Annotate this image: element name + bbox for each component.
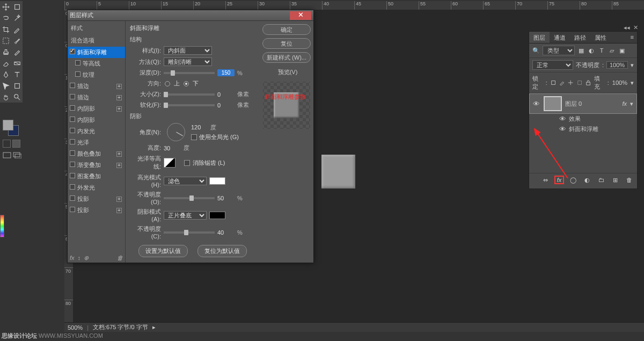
panel-menu-icon[interactable]: ≡ <box>627 32 637 43</box>
screen-mode-row[interactable] <box>3 152 21 158</box>
wand-tool[interactable] <box>11 12 23 24</box>
style-inner-glow[interactable]: 内发光 <box>68 126 125 137</box>
angle-value[interactable]: 120 <box>191 124 208 130</box>
opacity-value[interactable]: 100% <box>606 61 628 69</box>
filter-shape-icon[interactable]: ▱ <box>608 47 616 54</box>
tab-layers[interactable]: 图层 <box>529 32 550 43</box>
style-inner-shadow-1[interactable]: 内阴影+ <box>68 103 125 114</box>
panel-collapse[interactable]: ◂◂✕ <box>624 24 638 31</box>
style-gradient-overlay[interactable]: 渐变叠加+ <box>68 159 125 171</box>
gradient-tool[interactable] <box>11 57 23 69</box>
size-value[interactable]: 0 <box>217 91 235 98</box>
style-pattern-overlay[interactable]: 图案叠加 <box>68 171 125 182</box>
shadow-opacity-slider[interactable] <box>164 231 215 234</box>
visibility-icon[interactable]: 👁 <box>533 100 540 108</box>
make-default-button[interactable]: 设置为默认值 <box>138 245 188 257</box>
highlight-opacity-value[interactable]: 50 <box>217 195 235 201</box>
filter-pixel-icon[interactable]: ▦ <box>577 47 585 54</box>
filter-type-select[interactable]: 类型 <box>543 46 575 55</box>
reset-button[interactable]: 复位 <box>262 38 311 49</box>
filter-type-icon[interactable]: T <box>598 47 605 54</box>
angle-wheel[interactable] <box>167 123 185 141</box>
style-contour[interactable]: 等高线 <box>68 58 125 69</box>
style-texture[interactable]: 纹理 <box>68 69 125 81</box>
layer-name[interactable]: 图层 0 <box>565 100 619 108</box>
zoom-level[interactable]: 500% <box>68 324 83 331</box>
lock-all-icon[interactable] <box>586 79 591 86</box>
stamp-tool[interactable] <box>0 46 11 57</box>
depth-value[interactable]: 150 <box>217 69 235 76</box>
lock-artboard-icon[interactable] <box>577 79 582 86</box>
zoom-tool[interactable] <box>11 91 23 103</box>
lasso-tool[interactable] <box>0 12 11 24</box>
highlight-color[interactable] <box>209 177 225 185</box>
style-inner-shadow-2[interactable]: 内阴影 <box>68 114 125 126</box>
tab-properties[interactable]: 属性 <box>590 32 611 43</box>
highlight-opacity-slider[interactable] <box>164 197 215 199</box>
ok-button[interactable]: 确定 <box>262 24 311 35</box>
soften-slider[interactable] <box>164 104 215 106</box>
eyedropper-tool[interactable] <box>11 24 23 35</box>
layer-row[interactable]: 👁 图层 0 fx▾ <box>529 93 637 114</box>
tab-paths[interactable]: 路径 <box>570 32 590 43</box>
hand-tool[interactable] <box>0 91 11 103</box>
style-satin[interactable]: 光泽 <box>68 137 125 148</box>
bevel-technique-select[interactable]: 雕刻清晰 <box>164 57 212 66</box>
new-style-button[interactable]: 新建样式 (W)... <box>262 52 311 63</box>
fill-value[interactable]: 100% <box>612 79 627 86</box>
folder-icon[interactable]: 🗀 <box>596 176 606 184</box>
style-drop-shadow-2[interactable]: 投影+ <box>68 205 125 216</box>
lock-move-icon[interactable] <box>568 79 573 86</box>
fg-color[interactable] <box>3 120 13 130</box>
bevel-style-select[interactable]: 内斜面 <box>164 46 212 55</box>
rect-tool[interactable] <box>11 80 23 91</box>
fx-indicator[interactable]: fx <box>622 100 627 107</box>
new-layer-icon[interactable]: ⊞ <box>610 176 620 184</box>
layer-thumbnail[interactable] <box>544 96 562 111</box>
blending-options[interactable]: 混合选项 <box>68 34 125 47</box>
path-tool[interactable] <box>0 80 11 91</box>
brush-tool[interactable] <box>11 35 23 46</box>
marquee-tool[interactable] <box>0 35 11 46</box>
history-brush-tool[interactable] <box>11 46 23 57</box>
filter-smart-icon[interactable]: ▣ <box>618 47 626 54</box>
depth-slider[interactable] <box>164 72 215 74</box>
shadow-color[interactable] <box>209 212 225 219</box>
direction-up[interactable] <box>165 81 170 86</box>
artboard-tool[interactable] <box>11 1 23 12</box>
pen-tool[interactable] <box>0 69 11 80</box>
style-drop-shadow-1[interactable]: 投影+ <box>68 193 125 205</box>
style-list-footer[interactable]: fx↕⊕🗑 <box>70 255 123 262</box>
lock-brush-icon[interactable] <box>559 79 565 86</box>
type-tool[interactable] <box>11 69 23 80</box>
size-slider[interactable] <box>164 93 215 96</box>
anti-alias-checkbox[interactable] <box>184 160 190 166</box>
style-stroke-1[interactable]: 描边+ <box>68 81 125 92</box>
mask-mode-row[interactable] <box>3 140 20 148</box>
style-stroke-2[interactable]: 描边+ <box>68 92 125 103</box>
move-tool[interactable] <box>0 1 11 12</box>
global-light-checkbox[interactable] <box>191 134 197 140</box>
eraser-tool[interactable] <box>0 57 11 69</box>
gloss-contour[interactable] <box>164 158 175 168</box>
shadow-opacity-value[interactable]: 40 <box>217 229 235 236</box>
altitude-value[interactable]: 30 <box>164 145 181 151</box>
shadow-mode-select[interactable]: 正片叠底 <box>164 211 207 220</box>
trash-icon[interactable]: 🗑 <box>624 176 634 184</box>
direction-down[interactable] <box>184 81 189 86</box>
filter-adjust-icon[interactable]: ◐ <box>588 47 595 54</box>
close-icon[interactable]: ✕ <box>290 11 311 20</box>
blend-mode-select[interactable]: 正常 <box>532 60 573 70</box>
style-color-overlay[interactable]: 颜色叠加+ <box>68 148 125 159</box>
soften-value[interactable]: 0 <box>217 102 235 108</box>
reset-default-button[interactable]: 复位为默认值 <box>197 245 247 257</box>
highlight-mode-select[interactable]: 滤色 <box>164 177 207 185</box>
tab-channels[interactable]: 通道 <box>550 32 570 43</box>
dialog-titlebar[interactable]: 图层样式 ✕ <box>68 10 313 21</box>
lock-pixel-icon[interactable] <box>551 79 556 86</box>
style-outer-glow[interactable]: 外发光 <box>68 182 125 193</box>
crop-tool[interactable] <box>0 24 11 35</box>
color-swatches[interactable] <box>3 120 19 136</box>
style-bevel-emboss[interactable]: 斜面和浮雕 <box>68 47 125 58</box>
adjustment-icon[interactable]: ◐ <box>582 176 592 184</box>
